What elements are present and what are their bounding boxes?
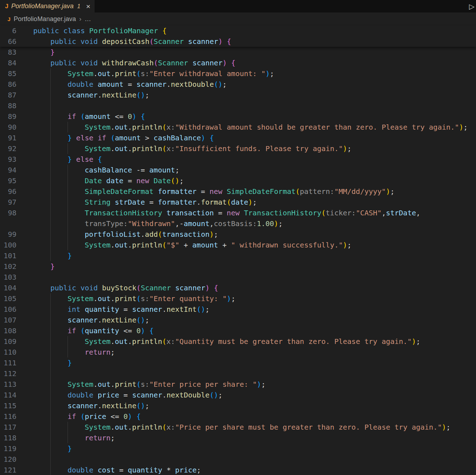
line-number[interactable]: 90 — [0, 122, 16, 132]
code-line[interactable]: 94cashBalance -= amount; — [0, 165, 476, 175]
line-number[interactable]: 108 — [0, 325, 16, 336]
code-line[interactable]: 113System.out.print(s:"Enter price per s… — [0, 379, 476, 390]
line-number[interactable]: 95 — [0, 175, 16, 186]
line-number[interactable]: 102 — [0, 261, 16, 272]
code-token: } — [50, 262, 55, 271]
line-number[interactable]: 6 — [0, 25, 16, 36]
line-number[interactable]: 97 — [0, 197, 16, 208]
code-line[interactable]: 109System.out.println(x:"Quantity must b… — [0, 336, 476, 347]
code-line[interactable]: 99portfolioList.add(transaction); — [0, 229, 476, 240]
breadcrumb-file[interactable]: PortfolioManager.java — [14, 15, 76, 23]
line-number[interactable]: 94 — [0, 165, 16, 175]
indent-guide — [50, 422, 68, 432]
line-number[interactable]: 106 — [0, 304, 16, 315]
line-number[interactable]: 83 — [0, 47, 16, 58]
code-token: . — [98, 316, 102, 324]
tab-portfoliomanager[interactable]: J PortfolioManager.java 1 × — [0, 0, 95, 12]
code-token: print — [115, 380, 136, 389]
line-number[interactable]: 119 — [0, 443, 16, 454]
line-number[interactable]: 91 — [0, 132, 16, 143]
code-line[interactable]: 98TransactionHistory transaction = new T… — [0, 208, 476, 218]
line-number[interactable]: 110 — [0, 347, 16, 358]
line-number[interactable]: 104 — [0, 282, 16, 293]
line-number[interactable]: 87 — [0, 90, 16, 100]
code-line[interactable]: 118return; — [0, 432, 476, 443]
sticky-line[interactable]: 66public void depositCash(Scanner scanne… — [0, 36, 476, 47]
code-line[interactable]: 88 — [0, 100, 476, 111]
code-line[interactable]: 121double cost = quantity * price; — [0, 465, 476, 475]
line-number[interactable]: 93 — [0, 154, 16, 165]
line-number[interactable]: 107 — [0, 315, 16, 325]
code-line[interactable]: 116if (price <= 0) { — [0, 411, 476, 422]
line-number[interactable]: 86 — [0, 79, 16, 90]
code-line[interactable]: 84public void withdrawCash(Scanner scann… — [0, 58, 476, 68]
line-number[interactable]: 118 — [0, 432, 16, 443]
code-line[interactable]: 104public void buyStock(Scanner scanner)… — [0, 282, 476, 293]
code-line[interactable]: 112 — [0, 368, 476, 379]
code-line[interactable]: 89if (amount <= 0) { — [0, 111, 476, 122]
code-line[interactable]: 83} — [0, 47, 476, 58]
line-number[interactable]: 112 — [0, 368, 16, 379]
line-number[interactable]: 99 — [0, 229, 16, 240]
code-line[interactable]: 92System.out.println(x:"Insufficient fun… — [0, 143, 476, 154]
line-number[interactable]: 115 — [0, 400, 16, 411]
line-number[interactable]: 66 — [0, 36, 16, 47]
line-number[interactable]: 88 — [0, 100, 16, 111]
code-line[interactable]: 95Date date = new Date(); — [0, 175, 476, 186]
code-line[interactable]: 101} — [0, 250, 476, 261]
code-line[interactable]: 93} else { — [0, 154, 476, 165]
code-line[interactable]: 120 — [0, 454, 476, 465]
line-number[interactable]: 105 — [0, 293, 16, 304]
code-line[interactable]: 110return; — [0, 347, 476, 358]
code-line-content: } — [33, 358, 72, 368]
line-number[interactable]: 113 — [0, 379, 16, 390]
code-line[interactable]: 107scanner.nextLine(); — [0, 315, 476, 325]
code-line[interactable]: 114double price = scanner.nextDouble(); — [0, 390, 476, 400]
code-line[interactable]: 105System.out.print(s:"Enter quantity: "… — [0, 293, 476, 304]
run-icon[interactable]: ▷ — [469, 2, 475, 11]
line-number[interactable]: 120 — [0, 454, 16, 465]
code-line[interactable]: transType:"Withdrawn",-amount,costBasis:… — [0, 218, 476, 229]
code-line[interactable]: 111} — [0, 358, 476, 368]
code-line[interactable]: 103 — [0, 272, 476, 282]
code-line[interactable]: 97String strDate = formatter.format(date… — [0, 197, 476, 208]
line-number[interactable]: 103 — [0, 272, 16, 282]
code-line[interactable]: 86double amount = scanner.nextDouble(); — [0, 79, 476, 90]
code-token: ; — [231, 294, 235, 303]
code-line[interactable]: 102} — [0, 261, 476, 272]
line-number[interactable]: 96 — [0, 186, 16, 197]
line-number[interactable]: 114 — [0, 390, 16, 400]
sticky-line[interactable]: 6public class PortfolioManager { — [0, 25, 476, 36]
code-token: . — [167, 80, 171, 89]
code-line-content: public void withdrawCash(Scanner scanner… — [33, 58, 235, 68]
code-line[interactable]: 87scanner.nextLine(); — [0, 90, 476, 100]
line-number[interactable]: 101 — [0, 250, 16, 261]
code-line[interactable]: 117System.out.println(x:"Price per share… — [0, 422, 476, 432]
indent-space — [33, 304, 50, 315]
line-number[interactable]: 117 — [0, 422, 16, 432]
code-line[interactable]: 100System.out.println("$" + amount + " w… — [0, 240, 476, 250]
line-number[interactable]: 111 — [0, 358, 16, 368]
line-number[interactable]: 109 — [0, 336, 16, 347]
code-line[interactable]: 96SimpleDateFormat formatter = new Simpl… — [0, 186, 476, 197]
code-line[interactable]: 85System.out.print(s:"Enter withdrawal a… — [0, 68, 476, 79]
code-line[interactable]: 119} — [0, 443, 476, 454]
code-token: ) — [205, 284, 210, 292]
line-number[interactable]: 121 — [0, 465, 16, 475]
code-line[interactable]: 115scanner.nextLine(); — [0, 400, 476, 411]
code-line[interactable]: 108if (quantity <= 0) { — [0, 325, 476, 336]
line-number[interactable]: 84 — [0, 58, 16, 68]
close-icon[interactable]: × — [86, 2, 90, 10]
line-number[interactable]: 89 — [0, 111, 16, 122]
indent-space — [33, 282, 50, 293]
code-line[interactable]: 91} else if (amount > cashBalance) { — [0, 132, 476, 143]
line-number[interactable]: 85 — [0, 68, 16, 79]
line-number[interactable]: 92 — [0, 143, 16, 154]
line-number[interactable]: 100 — [0, 240, 16, 250]
line-number[interactable]: 98 — [0, 208, 16, 218]
code-token: ) — [266, 69, 270, 78]
code-line[interactable]: 90System.out.println(x:"Withdrawal amoun… — [0, 122, 476, 132]
code-line[interactable]: 106int quantity = scanner.nextInt(); — [0, 304, 476, 315]
breadcrumb-symbol-collapsed[interactable]: … — [85, 15, 91, 23]
line-number[interactable]: 116 — [0, 411, 16, 422]
